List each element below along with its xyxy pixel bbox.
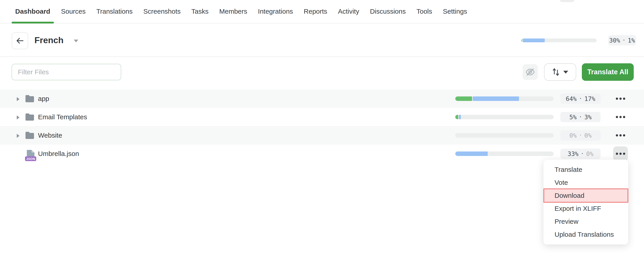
folder-icon	[25, 132, 34, 140]
translated-percent: 64%	[566, 95, 577, 102]
file-name[interactable]: app	[38, 90, 49, 108]
filter-files-input[interactable]	[12, 64, 121, 80]
row-context-menu: Translate Vote Download Export in XLIFF …	[544, 160, 628, 244]
menu-item-upload-translations[interactable]: Upload Translations	[544, 228, 628, 241]
translate-all-button[interactable]: Translate All	[582, 63, 634, 81]
clipped-tooltip-remnant	[560, 0, 574, 2]
toggle-hidden-files-button[interactable]	[522, 64, 538, 80]
language-progress-bar	[522, 39, 596, 42]
table-row-website[interactable]: Website 0% · 0%	[0, 126, 644, 145]
translated-segment	[523, 39, 544, 42]
menu-item-translate[interactable]: Translate	[544, 163, 628, 176]
row-menu-button[interactable]	[613, 128, 628, 143]
translated-percent: 30%	[609, 37, 620, 44]
tab-members[interactable]: Members	[216, 0, 251, 23]
progress-badge: 33% · 0%	[560, 149, 600, 159]
language-progress-badge: 30% · 1%	[608, 35, 636, 46]
approved-percent: 1%	[628, 37, 635, 44]
tab-dashboard[interactable]: Dashboard	[12, 0, 54, 23]
tab-integrations[interactable]: Integrations	[254, 0, 297, 23]
expand-caret-icon[interactable]	[17, 134, 20, 138]
tab-tasks[interactable]: Tasks	[188, 0, 212, 23]
progress-badge: 0% · 0%	[560, 130, 600, 141]
remaining-segment	[488, 151, 554, 156]
progress-badge: 5% · 3%	[560, 112, 600, 122]
row-menu-button[interactable]	[613, 146, 628, 161]
row-menu-button[interactable]	[613, 91, 628, 106]
folder-icon	[25, 95, 34, 103]
translated-percent: 5%	[569, 114, 577, 121]
eye-off-icon	[525, 68, 535, 77]
sort-files-button[interactable]	[544, 63, 576, 81]
dot-separator: ·	[579, 132, 582, 138]
approved-segment	[455, 115, 458, 119]
translated-percent: 0%	[569, 132, 577, 139]
sort-arrows-icon	[552, 67, 560, 77]
folder-icon	[25, 113, 34, 122]
dot-separator: ·	[622, 37, 626, 43]
approved-percent: 17%	[584, 95, 595, 102]
approved-percent: 3%	[584, 114, 592, 121]
tab-sources[interactable]: Sources	[58, 0, 89, 23]
translated-percent: 33%	[568, 150, 578, 157]
approved-percent: 0%	[584, 132, 592, 139]
chevron-down-icon	[563, 71, 568, 74]
translated-segment	[455, 151, 488, 156]
table-row-email-templates[interactable]: Email Templates 5% · 3%	[0, 108, 644, 126]
tab-translations[interactable]: Translations	[93, 0, 136, 23]
menu-item-export-xliff[interactable]: Export in XLIFF	[544, 202, 628, 215]
table-row-app[interactable]: app 64% · 17%	[0, 90, 644, 108]
progress-badge: 64% · 17%	[560, 94, 600, 104]
tab-screenshots[interactable]: Screenshots	[140, 0, 184, 23]
tab-activity[interactable]: Activity	[334, 0, 363, 23]
expand-caret-icon[interactable]	[17, 115, 20, 119]
menu-item-vote[interactable]: Vote	[544, 176, 628, 189]
remaining-segment	[520, 96, 554, 101]
arrow-left-icon	[16, 37, 24, 44]
file-name[interactable]: Website	[38, 126, 62, 145]
approved-percent: 0%	[586, 150, 594, 157]
file-name[interactable]: Email Templates	[38, 108, 87, 126]
translated-segment	[473, 96, 519, 101]
file-name[interactable]: Umbrella.json	[38, 145, 79, 163]
json-badge: JSON	[25, 156, 36, 161]
progress-bar	[455, 96, 554, 101]
chevron-down-icon[interactable]	[74, 40, 78, 42]
approved-segment	[455, 96, 472, 101]
remaining-segment	[546, 39, 596, 42]
menu-item-preview[interactable]: Preview	[544, 215, 628, 228]
approved-segment	[522, 39, 522, 42]
translated-segment	[459, 115, 461, 119]
files-toolbar: Translate All	[0, 57, 644, 90]
dot-separator: ·	[579, 96, 582, 102]
menu-item-download[interactable]: Download	[544, 188, 628, 203]
progress-bar	[455, 115, 554, 119]
row-menu-button[interactable]	[613, 110, 628, 124]
tab-settings[interactable]: Settings	[440, 0, 471, 23]
dot-separator: ·	[581, 151, 584, 157]
top-navigation: Dashboard Sources Translations Screensho…	[0, 0, 644, 24]
back-button[interactable]	[12, 32, 28, 49]
remaining-segment	[462, 115, 554, 119]
tab-reports[interactable]: Reports	[300, 0, 331, 23]
remaining-segment	[455, 133, 554, 138]
tab-discussions[interactable]: Discussions	[366, 0, 409, 23]
dot-separator: ·	[579, 114, 582, 120]
progress-bar	[455, 151, 554, 156]
expand-caret-icon[interactable]	[17, 97, 20, 101]
language-header: French 30% · 1%	[0, 24, 644, 57]
page-title: French	[34, 24, 64, 56]
file-list: app 64% · 17% Email Templates 5% · 3%	[0, 90, 644, 163]
progress-bar	[455, 133, 554, 138]
tab-tools[interactable]: Tools	[413, 0, 436, 23]
